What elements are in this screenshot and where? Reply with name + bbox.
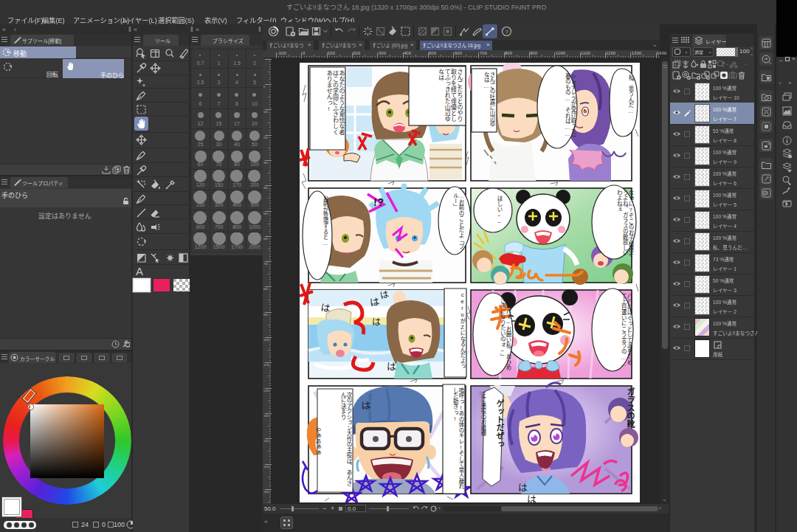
svg-text:?: ? [505, 29, 508, 35]
svg-text:は: は [369, 296, 380, 308]
svg-text:は: は [527, 494, 536, 502]
svg-text:は: は [372, 317, 381, 328]
svg-text:は: は [518, 482, 528, 493]
svg-text:は: は [387, 361, 396, 372]
svg-text:は: は [320, 302, 331, 314]
svg-text:は: は [361, 400, 372, 412]
svg-text:!?: !? [373, 196, 384, 208]
